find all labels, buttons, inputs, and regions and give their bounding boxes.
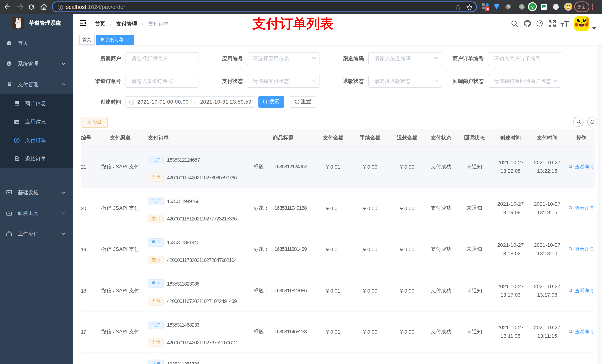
svg-text:y: y <box>531 4 534 10</box>
svg-text:¥: ¥ <box>8 81 11 87</box>
svg-text:10: 10 <box>485 7 489 11</box>
svg-text:¥: ¥ <box>16 138 18 142</box>
